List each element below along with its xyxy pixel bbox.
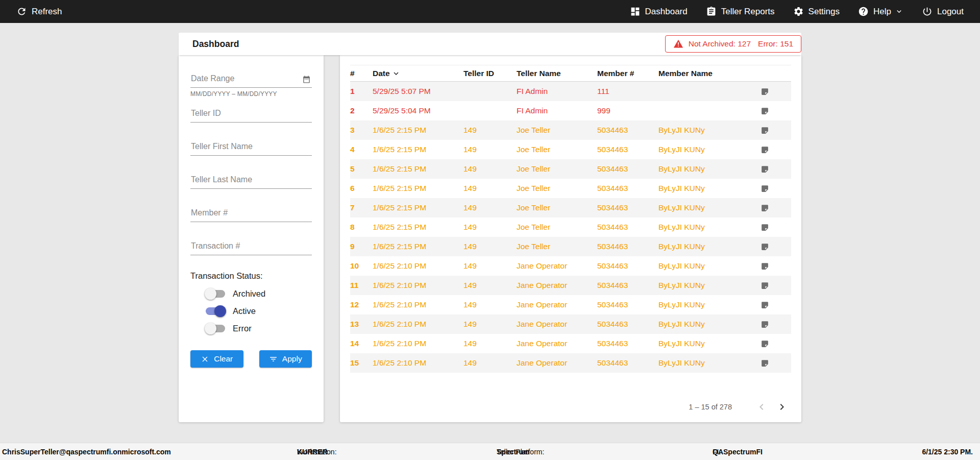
row-member-number: 5034463 (597, 145, 658, 154)
row-teller-name: FI Admin (517, 87, 597, 96)
note-icon (761, 165, 769, 174)
row-date: 1/6/25 2:10 PM (373, 320, 463, 329)
toggle-archived[interactable]: Archived (206, 287, 312, 300)
table-row[interactable]: 12 1/6/25 2:10 PM 149 Jane Operator 5034… (350, 295, 791, 314)
col-teller-name[interactable]: Teller Name (517, 69, 597, 78)
alert-error: Error: 151 (758, 39, 793, 49)
clipboard-icon (706, 6, 717, 17)
nav-dashboard-label: Dashboard (645, 7, 688, 17)
teller-first-name-input[interactable] (190, 138, 312, 156)
note-button[interactable] (761, 243, 791, 251)
calendar-icon[interactable] (302, 75, 311, 84)
switch-thumb (205, 288, 216, 300)
col-member-number[interactable]: Member # (597, 69, 658, 78)
table-row[interactable]: 4 1/6/25 2:15 PM 149 Joe Teller 5034463 … (350, 140, 791, 159)
nav-dashboard[interactable]: Dashboard (630, 6, 688, 17)
main-content: Dashboard Not Archived: 127 Error: 151 M… (179, 33, 801, 422)
table-row[interactable]: 5 1/6/25 2:15 PM 149 Joe Teller 5034463 … (350, 159, 791, 179)
clear-button[interactable]: Clear (190, 350, 243, 368)
row-date: 1/6/25 2:10 PM (373, 300, 463, 309)
nav-help[interactable]: Help (858, 6, 903, 17)
dashboard-icon (630, 6, 641, 17)
transaction-number-input[interactable] (190, 238, 312, 255)
row-member-name: ByLyJI KUNy (658, 203, 761, 212)
row-member-name: ByLyJI KUNy (658, 126, 761, 135)
row-teller-id: 149 (463, 164, 517, 174)
table-row[interactable]: 13 1/6/25 2:10 PM 149 Jane Operator 5034… (350, 314, 791, 334)
note-button[interactable] (761, 165, 791, 174)
teller-id-input[interactable] (190, 105, 312, 123)
member-number-field (190, 205, 312, 222)
table-row[interactable]: 11 1/6/25 2:10 PM 149 Jane Operator 5034… (350, 276, 791, 295)
table-row[interactable]: 10 1/6/25 2:10 PM 149 Jane Operator 5034… (350, 256, 791, 276)
nav-settings-label: Settings (808, 7, 840, 17)
row-date: 1/6/25 2:15 PM (373, 184, 463, 193)
table-row[interactable]: 15 1/6/25 2:10 PM 149 Jane Operator 5034… (350, 353, 791, 373)
row-number: 1 (350, 87, 373, 96)
error-switch[interactable] (206, 325, 225, 332)
nav-teller-reports[interactable]: Teller Reports (706, 6, 775, 17)
row-teller-name: Joe Teller (517, 145, 597, 154)
row-number: 7 (350, 203, 373, 212)
toggle-active[interactable]: Active (206, 305, 312, 317)
note-icon (761, 107, 769, 115)
date-range-helper: MM/DD/YYYY – MM/DD/YYYY (190, 90, 312, 98)
nav-help-label: Help (873, 7, 891, 17)
apply-button-label: Apply (282, 354, 302, 364)
note-button[interactable] (761, 320, 791, 329)
row-teller-name: Jane Operator (517, 300, 597, 309)
active-switch[interactable] (206, 307, 225, 315)
table-row[interactable]: 2 5/29/25 5:04 PM FI Admin 999 (350, 101, 791, 120)
row-teller-id: 149 (463, 145, 517, 154)
note-button[interactable] (761, 281, 791, 290)
row-number: 13 (350, 320, 373, 329)
transactions-panel: # Date Teller ID Teller Name Member # Me… (340, 55, 801, 422)
note-button[interactable] (761, 184, 791, 193)
table-row[interactable]: 1 5/29/25 5:07 PM FI Admin 111 (350, 82, 791, 101)
note-button[interactable] (761, 126, 791, 135)
col-teller-id[interactable]: Teller ID (463, 69, 517, 78)
note-button[interactable] (761, 223, 791, 232)
note-button[interactable] (761, 340, 791, 348)
member-number-input[interactable] (190, 205, 312, 222)
row-teller-name: Joe Teller (517, 184, 597, 193)
col-member-name[interactable]: Member Name (658, 69, 761, 78)
apply-button[interactable]: Apply (259, 350, 312, 368)
alert-not-archived: Not Archived: 127 (689, 39, 751, 49)
error-label: Error (233, 324, 252, 333)
row-member-number: 5034463 (597, 300, 658, 309)
note-button[interactable] (761, 301, 791, 309)
nav-logout[interactable]: Logout (922, 6, 964, 17)
archived-switch[interactable] (206, 290, 225, 298)
note-button[interactable] (761, 204, 791, 212)
note-button[interactable] (761, 87, 791, 96)
prev-page-button[interactable] (751, 398, 772, 416)
row-teller-id: 149 (463, 281, 517, 290)
note-button[interactable] (761, 262, 791, 271)
table-row[interactable]: 6 1/6/25 2:15 PM 149 Joe Teller 5034463 … (350, 179, 791, 198)
teller-last-name-input[interactable] (190, 172, 312, 189)
col-number: # (350, 69, 373, 78)
table-row[interactable]: 9 1/6/25 2:15 PM 149 Joe Teller 5034463 … (350, 237, 791, 256)
note-button[interactable] (761, 146, 791, 154)
date-range-input[interactable] (190, 70, 312, 88)
close-icon (201, 355, 209, 364)
nav-settings[interactable]: Settings (793, 6, 840, 17)
table-row[interactable]: 14 1/6/25 2:10 PM 149 Jane Operator 5034… (350, 334, 791, 353)
row-date: 1/6/25 2:15 PM (373, 223, 463, 232)
note-icon (761, 243, 769, 251)
table-row[interactable]: 7 1/6/25 2:15 PM 149 Joe Teller 5034463 … (350, 198, 791, 217)
refresh-button[interactable]: Refresh (16, 6, 62, 17)
row-teller-name: Jane Operator (517, 339, 597, 348)
toggle-error[interactable]: Error (206, 322, 312, 334)
table-row[interactable]: 3 1/6/25 2:15 PM 149 Joe Teller 5034463 … (350, 120, 791, 140)
next-page-button[interactable] (772, 398, 792, 416)
col-date[interactable]: Date (373, 69, 463, 78)
note-button[interactable] (761, 107, 791, 115)
workstation-info: Workstation: KURRER (297, 448, 328, 456)
col-date-label: Date (373, 69, 390, 78)
table-row[interactable]: 8 1/6/25 2:15 PM 149 Joe Teller 5034463 … (350, 217, 791, 237)
note-button[interactable] (761, 359, 791, 368)
row-number: 11 (350, 281, 373, 290)
chevron-down-icon (895, 7, 903, 16)
